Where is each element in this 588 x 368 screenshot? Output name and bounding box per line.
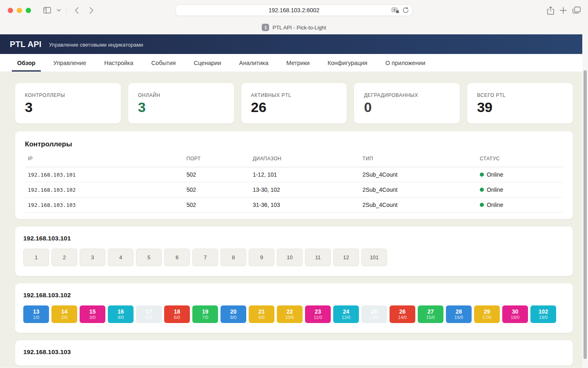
ptl-tile-sub: 16/0 bbox=[454, 315, 463, 320]
ptl-tile[interactable]: 12 bbox=[333, 249, 359, 266]
ptl-tile[interactable]: 3018/0 bbox=[502, 305, 528, 323]
ptl-tile-number: 3 bbox=[91, 254, 94, 261]
ptl-tile[interactable]: 8 bbox=[220, 249, 246, 266]
ptl-tile-number: 14 bbox=[61, 308, 68, 315]
ptl-tile-sub: 11/0 bbox=[314, 315, 322, 320]
tile-row: 123456789101112101 bbox=[23, 249, 565, 266]
status-text: Online bbox=[487, 186, 503, 193]
ptl-tile-number: 23 bbox=[315, 308, 321, 315]
cell-type: 2Sub_4Count bbox=[360, 197, 477, 213]
stat-value: 26 bbox=[251, 100, 337, 114]
ptl-tile[interactable]: 219/0 bbox=[249, 305, 274, 323]
ptl-tile[interactable]: 1 bbox=[23, 249, 49, 266]
browser-toolbar: 192.168.103.2:8002 bbox=[0, 0, 588, 20]
controllers-card: Контроллеры IPПОРТДИАПАЗОНТИПСТАТУС 192.… bbox=[15, 131, 573, 219]
ptl-tile-number: 18 bbox=[174, 308, 180, 315]
ptl-tile[interactable]: 9 bbox=[249, 249, 274, 266]
ptl-tile[interactable]: 2917/0 bbox=[474, 305, 500, 323]
stat-value: 3 bbox=[138, 100, 224, 114]
ptl-tile[interactable]: 153/0 bbox=[80, 305, 105, 323]
nav-tab[interactable]: Управление bbox=[48, 54, 92, 72]
ptl-tile[interactable]: 197/0 bbox=[192, 305, 218, 323]
table-row: 192.168.103.10350231-36, 1032Sub_4CountO… bbox=[25, 197, 563, 213]
ptl-tile[interactable]: 6 bbox=[164, 249, 190, 266]
stat-card: ОНЛАЙН3 bbox=[128, 83, 234, 123]
ptl-tile-number: 9 bbox=[260, 254, 263, 261]
controller-panel: 192.168.103.101123456789101112101 bbox=[15, 227, 573, 276]
online-dot-icon bbox=[480, 173, 484, 177]
ptl-tile[interactable]: 2311/0 bbox=[305, 305, 331, 323]
scrollbar-track[interactable] bbox=[582, 34, 588, 368]
nav-tab[interactable]: Метрики bbox=[281, 54, 315, 72]
cell-status: Online bbox=[477, 182, 563, 197]
nav-tab[interactable]: Сценарии bbox=[188, 54, 226, 72]
minimize-window-button[interactable] bbox=[17, 8, 22, 13]
ptl-tile[interactable]: 164/0 bbox=[108, 305, 134, 323]
nav-tab[interactable]: Конфигурация bbox=[322, 54, 372, 72]
ptl-tile[interactable]: 10 bbox=[277, 249, 303, 266]
chevron-right-icon bbox=[89, 7, 94, 14]
stat-label: ДЕГРАДИРОВАННЫХ bbox=[364, 92, 450, 98]
stat-label: КОНТРОЛЛЕРЫ bbox=[25, 92, 111, 98]
back-button[interactable] bbox=[71, 4, 83, 16]
ptl-tile[interactable]: 175/0 bbox=[136, 305, 162, 323]
ptl-tile[interactable]: 4 bbox=[108, 249, 134, 266]
scrollbar-thumb[interactable] bbox=[584, 70, 587, 359]
ptl-tile-number: 8 bbox=[232, 254, 235, 261]
controllers-card-title: Контроллеры bbox=[25, 140, 563, 148]
sidebar-toggle-button[interactable] bbox=[41, 4, 53, 16]
ptl-tile[interactable]: 142/0 bbox=[51, 305, 77, 323]
ptl-tile[interactable]: 2 bbox=[51, 249, 77, 266]
nav-tab[interactable]: Настройка bbox=[99, 54, 138, 72]
tab-count-badge: 1 bbox=[262, 24, 269, 31]
toolbar-divider bbox=[66, 7, 67, 14]
ptl-tile-number: 26 bbox=[399, 308, 406, 315]
ptl-tile[interactable]: 2816/0 bbox=[446, 305, 472, 323]
ptl-tile-sub: 15/0 bbox=[426, 315, 435, 320]
ptl-tile[interactable]: 131/0 bbox=[23, 305, 49, 323]
stat-card: ДЕГРАДИРОВАННЫХ0 bbox=[354, 83, 460, 123]
cell-range: 31-36, 103 bbox=[250, 197, 360, 213]
table-row: 192.168.103.10250213-30, 1022Sub_4CountO… bbox=[25, 182, 563, 197]
ptl-tile-number: 16 bbox=[118, 308, 124, 315]
nav-tab-active[interactable]: Обзор bbox=[12, 54, 41, 72]
tab-bar[interactable]: 1 PTL API - Pick-to-Light bbox=[0, 20, 588, 34]
stats-row: КОНТРОЛЛЕРЫ3ОНЛАЙН3АКТИВНЫХ PTL26ДЕГРАДИ… bbox=[15, 83, 573, 123]
ptl-tile[interactable]: 10219/0 bbox=[530, 305, 556, 323]
ptl-tile[interactable]: 2412/0 bbox=[333, 305, 359, 323]
nav-tab[interactable]: События bbox=[146, 54, 181, 72]
zoom-window-button[interactable] bbox=[26, 8, 31, 13]
tab-overview-icon[interactable] bbox=[572, 7, 581, 14]
ptl-tile-sub: 8/0 bbox=[230, 315, 236, 320]
stat-card: КОНТРОЛЛЕРЫ3 bbox=[15, 83, 121, 123]
sidebar-chevron-button[interactable] bbox=[56, 4, 62, 16]
nav-tab[interactable]: О приложении bbox=[380, 54, 431, 72]
status-text: Online bbox=[487, 171, 503, 178]
ptl-tile-sub: 3/0 bbox=[89, 315, 96, 320]
ptl-tile[interactable]: 3 bbox=[80, 249, 105, 266]
ptl-tile[interactable]: 11 bbox=[305, 249, 331, 266]
reload-icon[interactable] bbox=[403, 7, 409, 13]
ptl-tile[interactable]: 5 bbox=[136, 249, 162, 266]
close-window-button[interactable] bbox=[8, 8, 13, 13]
ptl-tile[interactable]: 2614/0 bbox=[390, 305, 415, 323]
ptl-tile[interactable]: 2513/0 bbox=[361, 305, 387, 323]
panel-title: 192.168.103.101 bbox=[23, 235, 565, 242]
table-row: 192.168.103.1015021-12, 1012Sub_4CountOn… bbox=[25, 167, 563, 182]
url-text: 192.168.103.2:8002 bbox=[269, 7, 320, 13]
cell-port: 502 bbox=[184, 197, 250, 213]
status-badge: Online bbox=[480, 186, 563, 193]
ptl-tile[interactable]: 186/0 bbox=[164, 305, 190, 323]
ptl-tile-number: 6 bbox=[176, 254, 178, 261]
share-icon[interactable] bbox=[547, 6, 554, 15]
ptl-tile[interactable]: 101 bbox=[361, 249, 387, 266]
new-tab-icon[interactable] bbox=[560, 7, 567, 14]
translate-icon[interactable] bbox=[392, 7, 399, 13]
ptl-tile[interactable]: 2210/0 bbox=[277, 305, 303, 323]
nav-tab[interactable]: Аналитика bbox=[234, 54, 274, 72]
ptl-tile[interactable]: 208/0 bbox=[220, 305, 246, 323]
ptl-tile[interactable]: 7 bbox=[192, 249, 218, 266]
address-bar[interactable]: 192.168.103.2:8002 bbox=[176, 4, 412, 16]
forward-button[interactable] bbox=[85, 4, 98, 16]
ptl-tile[interactable]: 2715/0 bbox=[418, 305, 443, 323]
